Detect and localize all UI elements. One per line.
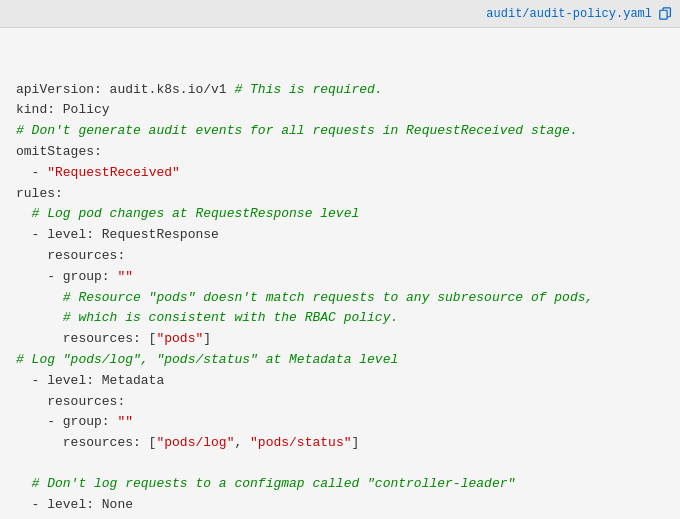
normal-text: kind: Policy bbox=[16, 102, 110, 117]
code-line: resources: bbox=[16, 392, 664, 413]
normal-text: apiVersion: audit.k8s.io/v1 bbox=[16, 82, 234, 97]
normal-text: - level: Metadata bbox=[16, 373, 164, 388]
code-line: resources: ["pods"] bbox=[16, 329, 664, 350]
normal-text: rules: bbox=[16, 186, 63, 201]
normal-text: resources: [ bbox=[16, 331, 156, 346]
normal-text: - bbox=[16, 165, 47, 180]
normal-text: ] bbox=[203, 331, 211, 346]
normal-text: resources: bbox=[16, 248, 125, 263]
code-line: rules: bbox=[16, 184, 664, 205]
top-bar: audit/audit-policy.yaml bbox=[0, 0, 680, 28]
code-line: resources: bbox=[16, 246, 664, 267]
code-line: apiVersion: audit.k8s.io/v1 # This is re… bbox=[16, 80, 664, 101]
normal-text: - level: None bbox=[16, 497, 133, 512]
string-text: "RequestReceived" bbox=[47, 165, 180, 180]
normal-text: resources: [ bbox=[16, 435, 156, 450]
string-text: "pods/status" bbox=[250, 435, 351, 450]
normal-text: , bbox=[234, 435, 250, 450]
string-text: "pods/log" bbox=[156, 435, 234, 450]
normal-text: resources: bbox=[16, 394, 125, 409]
editor-container: audit/audit-policy.yaml apiVersion: audi… bbox=[0, 0, 680, 519]
svg-rect-1 bbox=[659, 10, 666, 19]
string-text: "pods" bbox=[156, 331, 203, 346]
code-line: # Log "pods/log", "pods/status" at Metad… bbox=[16, 350, 664, 371]
code-area: apiVersion: audit.k8s.io/v1 # This is re… bbox=[0, 28, 680, 519]
code-line: # Don't log requests to a configmap call… bbox=[16, 474, 664, 495]
normal-text: - group: bbox=[16, 414, 117, 429]
code-line bbox=[16, 454, 664, 474]
code-line: - level: None bbox=[16, 495, 664, 516]
code-line: omitStages: bbox=[16, 142, 664, 163]
comment-text: # Don't generate audit events for all re… bbox=[16, 123, 578, 138]
code-line: - group: "" bbox=[16, 267, 664, 288]
filepath-label: audit/audit-policy.yaml bbox=[486, 7, 652, 21]
copy-icon[interactable] bbox=[658, 7, 672, 21]
code-line: - level: Metadata bbox=[16, 371, 664, 392]
code-line: - "RequestReceived" bbox=[16, 163, 664, 184]
code-line: # which is consistent with the RBAC poli… bbox=[16, 308, 664, 329]
normal-text: omitStages: bbox=[16, 144, 102, 159]
code-line: # Resource "pods" doesn't match requests… bbox=[16, 288, 664, 309]
code-line: # Don't generate audit events for all re… bbox=[16, 121, 664, 142]
string-text: "" bbox=[117, 269, 133, 284]
comment-text: # Don't log requests to a configmap call… bbox=[16, 476, 515, 491]
file-path: audit/audit-policy.yaml bbox=[486, 7, 672, 21]
string-text: "" bbox=[117, 414, 133, 429]
code-line: resources: bbox=[16, 516, 664, 519]
normal-text: - group: bbox=[16, 269, 117, 284]
code-line: resources: ["pods/log", "pods/status"] bbox=[16, 433, 664, 454]
normal-text: - level: RequestResponse bbox=[16, 227, 219, 242]
code-line: - level: RequestResponse bbox=[16, 225, 664, 246]
code-line: # Log pod changes at RequestResponse lev… bbox=[16, 204, 664, 225]
code-line: - group: "" bbox=[16, 412, 664, 433]
comment-text: # Resource "pods" doesn't match requests… bbox=[16, 290, 593, 305]
comment-text: # This is required. bbox=[234, 82, 382, 97]
comment-text: # Log pod changes at RequestResponse lev… bbox=[16, 206, 359, 221]
normal-text: ] bbox=[351, 435, 359, 450]
comment-text: # which is consistent with the RBAC poli… bbox=[16, 310, 398, 325]
comment-text: # Log "pods/log", "pods/status" at Metad… bbox=[16, 352, 398, 367]
code-line: kind: Policy bbox=[16, 100, 664, 121]
